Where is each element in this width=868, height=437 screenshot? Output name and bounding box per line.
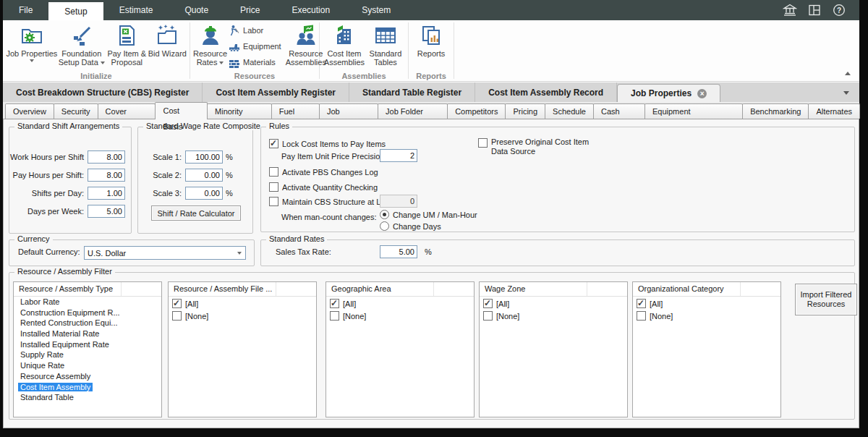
list-item[interactable]: Supply Rate	[14, 349, 161, 360]
maintain-cbs-checkbox[interactable]	[269, 197, 278, 206]
job-properties-button[interactable]: Job Properties	[6, 22, 58, 62]
tab-competitors[interactable]: Competitors	[447, 103, 506, 119]
list-item[interactable]: Installed Equipment Rate	[14, 339, 161, 350]
menu-file[interactable]: File	[3, 0, 48, 20]
all-checkbox[interactable]	[172, 299, 182, 308]
tab-alternates[interactable]: Alternates	[808, 103, 860, 119]
pay-hours-input[interactable]	[88, 169, 125, 182]
preserve-original-checkbox[interactable]	[478, 138, 488, 148]
tab-job-tracking[interactable]: Job Tracking	[319, 103, 378, 119]
scale1-input[interactable]	[185, 150, 223, 164]
list-item[interactable]: Standard Table	[14, 392, 161, 403]
scale2-input[interactable]	[185, 169, 223, 182]
lock-cost-items-checkbox[interactable]	[269, 139, 278, 148]
geographic-area-list[interactable]: Geographic Area [All] [None]	[326, 281, 475, 417]
tab-fuel-cost[interactable]: Fuel Cost	[271, 103, 320, 119]
tab-cost-basis[interactable]: Cost Basis	[155, 102, 208, 119]
change-um-man-hour-radio[interactable]	[380, 210, 389, 219]
list-header: Resource / Assembly Type	[14, 282, 161, 297]
doc-tab-cost-item-assembly-record[interactable]: Cost Item Assembly Record	[475, 82, 617, 102]
doc-tab-job-properties[interactable]: Job Properties ×	[617, 84, 720, 102]
menubar: File Setup Estimate Quote Price Executio…	[3, 0, 859, 20]
job-properties-sub-tabs: Overview Security Cover Sheet Cost Basis…	[3, 102, 859, 119]
all-checkbox[interactable]	[483, 299, 493, 308]
list-checkbox-item[interactable]: [All]	[326, 298, 474, 309]
resource-assembly-type-list[interactable]: Resource / Assembly Type Labor Rate Cons…	[13, 281, 162, 417]
pay-item-precision-input[interactable]	[380, 149, 417, 162]
list-checkbox-item[interactable]: [None]	[169, 310, 316, 321]
tab-cash-flow[interactable]: Cash Flow	[593, 103, 645, 119]
reports-button[interactable]: Reports	[412, 22, 451, 58]
tab-security[interactable]: Security	[54, 103, 98, 119]
organizational-category-list[interactable]: Organizational Category [All] [None]	[632, 281, 781, 417]
collapse-ribbon-icon[interactable]	[845, 72, 851, 75]
tab-job-folder-tags[interactable]: Job Folder Tags	[378, 103, 448, 119]
list-item[interactable]: Construction Equipment R...	[14, 307, 161, 318]
labor-button[interactable]: Labor	[229, 25, 281, 36]
menu-execution[interactable]: Execution	[276, 0, 346, 20]
cost-item-assemblies-button[interactable]: Cost Item Assemblies	[323, 22, 366, 67]
scale3-input[interactable]	[185, 187, 223, 200]
materials-button[interactable]: Materials	[229, 56, 281, 68]
shift-rate-calculator-button[interactable]: Shift / Rate Calculator	[151, 205, 241, 221]
all-checkbox[interactable]	[637, 299, 646, 308]
tab-minority-setup[interactable]: Minority Setup	[207, 103, 272, 119]
all-checkbox[interactable]	[330, 299, 339, 308]
foundation-setup-data-button[interactable]: Foundation Setup Data	[58, 22, 106, 67]
tab-list-dropdown-icon[interactable]	[843, 91, 849, 95]
help-icon[interactable]: ?	[832, 3, 846, 17]
list-checkbox-item[interactable]: [None]	[326, 310, 474, 321]
wage-zone-list[interactable]: Wage Zone [All] [None]	[479, 281, 628, 417]
tab-cover-sheet[interactable]: Cover Sheet	[98, 103, 156, 119]
list-checkbox-item[interactable]: [All]	[169, 298, 316, 309]
chevron-down-icon	[30, 59, 34, 62]
activate-pbs-checkbox[interactable]	[269, 167, 278, 177]
list-item[interactable]: Labor Rate	[14, 297, 161, 307]
list-item[interactable]: Installed Material Rate	[14, 328, 161, 339]
list-checkbox-item[interactable]: [All]	[480, 298, 627, 309]
resource-rates-button[interactable]: Resource Rates	[193, 22, 227, 67]
list-checkbox-item[interactable]: [None]	[480, 310, 627, 321]
doc-tab-standard-table-register[interactable]: Standard Table Register	[349, 82, 475, 102]
tab-benchmarking[interactable]: Benchmarking	[742, 103, 809, 119]
doc-tab-cost-item-assembly-register[interactable]: Cost Item Assembly Register	[203, 82, 349, 102]
tab-pricing[interactable]: Pricing	[505, 103, 545, 119]
days-per-week-input[interactable]	[88, 205, 125, 218]
bid-wizard-button[interactable]: Bid Wizard	[148, 22, 187, 58]
none-checkbox[interactable]	[330, 311, 339, 321]
tab-schedule[interactable]: Schedule	[545, 103, 594, 119]
list-item[interactable]: Unique Rate	[14, 360, 161, 371]
list-checkbox-item[interactable]: [All]	[633, 298, 780, 309]
standard-tables-button[interactable]: Standard Tables	[366, 22, 405, 67]
shifts-per-day-input[interactable]	[88, 187, 125, 200]
equipment-button[interactable]: Equipment	[229, 41, 281, 52]
menu-estimate[interactable]: Estimate	[103, 0, 169, 20]
menu-quote[interactable]: Quote	[169, 0, 224, 20]
work-hours-input[interactable]	[88, 150, 125, 164]
activate-quantity-checkbox[interactable]	[269, 182, 278, 192]
menu-setup[interactable]: Setup	[48, 2, 103, 20]
none-checkbox[interactable]	[637, 311, 646, 321]
list-checkbox-item[interactable]: [None]	[633, 310, 780, 321]
none-checkbox[interactable]	[172, 311, 182, 321]
close-tab-icon[interactable]: ×	[697, 89, 707, 98]
resource-assembly-file-list[interactable]: Resource / Assembly File ... [All] [None…	[168, 281, 317, 417]
sales-tax-rate-input[interactable]	[380, 245, 417, 258]
maintain-cbs-level-input[interactable]	[380, 195, 417, 208]
tab-overview[interactable]: Overview	[5, 103, 54, 119]
tab-equipment-maintenance[interactable]: Equipment Maintenance	[644, 103, 743, 119]
menu-system[interactable]: System	[346, 0, 407, 20]
list-item[interactable]: Rented Construction Equi...	[14, 318, 161, 328]
pay-item-proposal-button[interactable]: Pay Item & Proposal	[106, 22, 148, 67]
bank-icon[interactable]	[783, 3, 797, 17]
import-filtered-resources-button[interactable]: Import Filtered Resources	[795, 284, 857, 315]
list-item[interactable]: Cost Item Assembly	[14, 382, 161, 393]
change-days-radio[interactable]	[380, 221, 389, 231]
list-header: Wage Zone	[480, 282, 627, 297]
none-checkbox[interactable]	[483, 311, 493, 321]
doc-tab-cbs-register[interactable]: Cost Breakdown Structure (CBS) Register	[3, 82, 203, 102]
default-currency-select[interactable]: U.S. Dollar	[84, 246, 246, 260]
menu-price[interactable]: Price	[224, 0, 276, 20]
list-item[interactable]: Resource Assembly	[14, 371, 161, 382]
window-layout-icon[interactable]	[807, 3, 822, 17]
